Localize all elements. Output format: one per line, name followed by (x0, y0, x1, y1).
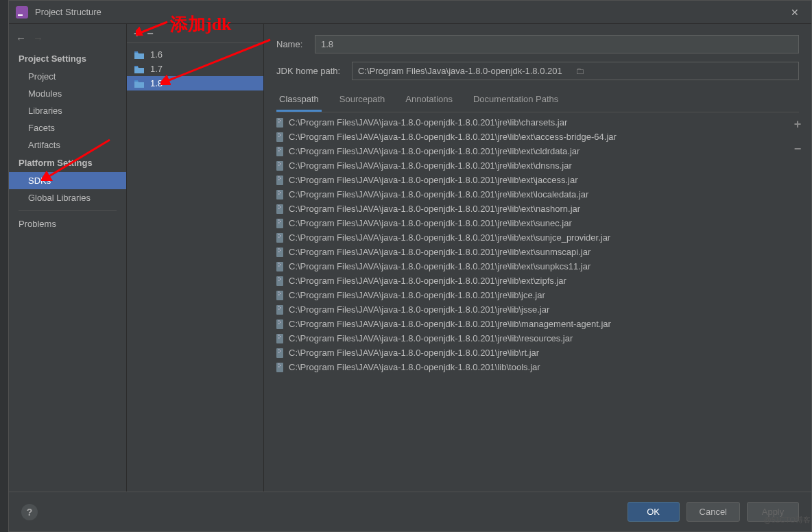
svg-rect-17 (276, 161, 283, 171)
home-path-input[interactable]: C:\Program Files\Java\java-1.8.0-openjdk… (352, 62, 799, 80)
name-input[interactable] (315, 35, 799, 53)
classpath-row[interactable]: C:\Program Files\JAVA\java-1.8.0-openjdk… (276, 230, 787, 245)
sdk-list: 1.61.71.8 (127, 43, 263, 90)
tab-documentation-paths[interactable]: Documentation Paths (470, 90, 561, 112)
svg-rect-53 (276, 291, 283, 300)
sidebar-item-global-libraries[interactable]: Global Libraries (9, 189, 126, 206)
classpath-remove-button[interactable]: − (794, 143, 802, 155)
sidebar-item-modules[interactable]: Modules (9, 85, 126, 102)
svg-rect-40 (278, 237, 280, 238)
window-title: Project Structure (35, 7, 785, 17)
svg-rect-63 (280, 322, 281, 323)
classpath-row[interactable]: C:\Program Files\JAVA\java-1.8.0-openjdk… (276, 115, 787, 130)
help-button[interactable]: ? (21, 504, 38, 520)
name-row: Name: (264, 31, 811, 58)
dialog-footer: ? OK Cancel Apply (9, 492, 811, 531)
sidebar-heading-platform: Platform Settings (9, 154, 126, 172)
title-bar: Project Structure ✕ (9, 1, 811, 24)
ok-button[interactable]: OK (628, 502, 680, 522)
background-editor-edge (0, 0, 8, 532)
svg-rect-67 (280, 336, 281, 337)
svg-rect-39 (280, 235, 281, 237)
nav-history: ← → (9, 29, 126, 49)
classpath-list[interactable]: C:\Program Files\JAVA\java-1.8.0-openjdk… (276, 115, 789, 492)
add-sdk-button[interactable]: + (134, 28, 140, 39)
classpath-row[interactable]: C:\Program Files\JAVA\java-1.8.0-openjdk… (276, 331, 787, 346)
svg-rect-26 (278, 191, 280, 192)
tab-classpath[interactable]: Classpath (276, 90, 322, 112)
classpath-row[interactable]: C:\Program Files\JAVA\java-1.8.0-openjdk… (276, 144, 787, 158)
svg-rect-37 (276, 233, 283, 243)
svg-rect-55 (280, 293, 281, 294)
svg-rect-22 (278, 176, 280, 178)
classpath-row[interactable]: C:\Program Files\JAVA\java-1.8.0-openjdk… (276, 158, 787, 173)
classpath-row[interactable]: C:\Program Files\JAVA\java-1.8.0-openjdk… (276, 288, 787, 302)
classpath-row[interactable]: C:\Program Files\JAVA\java-1.8.0-openjdk… (276, 173, 787, 187)
classpath-row[interactable]: C:\Program Files\JAVA\java-1.8.0-openjdk… (276, 130, 787, 144)
svg-rect-49 (276, 276, 283, 286)
classpath-row[interactable]: C:\Program Files\JAVA\java-1.8.0-openjdk… (276, 202, 787, 216)
cancel-button[interactable]: Cancel (686, 502, 740, 522)
classpath-row[interactable]: C:\Program Files\JAVA\java-1.8.0-openjdk… (276, 187, 787, 202)
classpath-row[interactable]: C:\Program Files\JAVA\java-1.8.0-openjdk… (276, 317, 787, 331)
svg-rect-32 (278, 208, 280, 209)
sdk-item-1-7[interactable]: 1.7 (127, 62, 263, 76)
classpath-row[interactable]: C:\Program Files\JAVA\java-1.8.0-openjdk… (276, 360, 787, 374)
classpath-row[interactable]: C:\Program Files\JAVA\java-1.8.0-openjdk… (276, 245, 787, 259)
svg-rect-10 (278, 133, 280, 134)
classpath-path: C:\Program Files\JAVA\java-1.8.0-openjdk… (289, 189, 588, 200)
classpath-path: C:\Program Files\JAVA\java-1.8.0-openjdk… (289, 117, 567, 128)
watermark: @51CTO博客 (764, 515, 811, 525)
sdk-item-label: 1.8 (150, 78, 163, 88)
close-icon[interactable]: ✕ (785, 4, 804, 21)
svg-rect-61 (276, 319, 283, 329)
nav-forward-icon[interactable]: → (33, 32, 43, 44)
classpath-path: C:\Program Files\JAVA\java-1.8.0-openjdk… (289, 261, 590, 271)
browse-folder-icon[interactable]: 🗀 (575, 66, 793, 76)
svg-rect-34 (278, 219, 280, 221)
sidebar: ← → Project Settings Project Modules Lib… (9, 24, 127, 492)
sdk-item-1-8[interactable]: 1.8 (127, 76, 263, 90)
classpath-row[interactable]: C:\Program Files\JAVA\java-1.8.0-openjdk… (276, 259, 787, 274)
svg-rect-27 (280, 192, 281, 193)
svg-rect-13 (276, 147, 283, 156)
sdk-item-1-6[interactable]: 1.6 (127, 47, 263, 62)
svg-rect-52 (278, 280, 280, 281)
tab-annotations[interactable]: Annotations (403, 90, 455, 112)
svg-rect-19 (280, 163, 281, 165)
classpath-path: C:\Program Files\JAVA\java-1.8.0-openjdk… (289, 333, 573, 343)
classpath-row[interactable]: C:\Program Files\JAVA\java-1.8.0-openjdk… (276, 346, 787, 360)
classpath-path: C:\Program Files\JAVA\java-1.8.0-openjdk… (289, 304, 549, 315)
remove-sdk-button[interactable]: − (147, 28, 153, 39)
sidebar-item-libraries[interactable]: Libraries (9, 102, 126, 119)
sdk-item-label: 1.7 (150, 64, 163, 74)
svg-rect-50 (278, 277, 280, 278)
classpath-side-toolbar: + − (789, 115, 806, 492)
sidebar-item-artifacts[interactable]: Artifacts (9, 136, 126, 154)
svg-rect-5 (276, 118, 283, 128)
classpath-wrap: C:\Program Files\JAVA\java-1.8.0-openjdk… (276, 115, 806, 492)
tab-sourcepath[interactable]: Sourcepath (337, 90, 388, 112)
svg-rect-20 (278, 165, 280, 166)
svg-rect-24 (278, 179, 280, 180)
svg-rect-1 (18, 14, 23, 16)
sidebar-item-sdks[interactable]: SDKs (9, 172, 126, 189)
sidebar-item-project[interactable]: Project (9, 68, 126, 85)
name-label: Name: (276, 39, 308, 49)
sidebar-item-facets[interactable]: Facets (9, 119, 126, 136)
svg-rect-6 (278, 119, 280, 120)
nav-back-icon[interactable]: ← (16, 32, 26, 44)
svg-rect-38 (278, 234, 280, 235)
classpath-row[interactable]: C:\Program Files\JAVA\java-1.8.0-openjdk… (276, 216, 787, 230)
sidebar-item-problems[interactable]: Problems (9, 215, 126, 232)
svg-rect-45 (276, 262, 283, 271)
classpath-add-button[interactable]: + (794, 118, 802, 130)
svg-rect-66 (278, 335, 280, 336)
svg-rect-57 (276, 305, 283, 315)
dialog-body: ← → Project Settings Project Modules Lib… (9, 24, 811, 492)
svg-rect-8 (278, 121, 280, 123)
classpath-row[interactable]: C:\Program Files\JAVA\java-1.8.0-openjdk… (276, 274, 787, 288)
svg-rect-71 (280, 350, 281, 352)
svg-rect-48 (278, 265, 280, 267)
classpath-row[interactable]: C:\Program Files\JAVA\java-1.8.0-openjdk… (276, 302, 787, 317)
